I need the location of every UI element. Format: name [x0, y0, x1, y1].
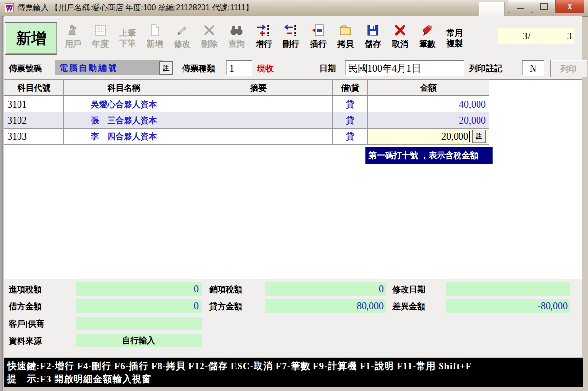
cancel-x-icon: [394, 21, 406, 39]
modify-date-field: [446, 282, 570, 296]
note-button-label: 註: [476, 132, 482, 141]
toolbar-label: 常用: [446, 28, 463, 38]
col-header-account-name[interactable]: 科目名稱: [64, 80, 184, 96]
toolbar-button-common-copy[interactable]: 常用 複製: [441, 21, 468, 56]
title-bar[interactable]: 傳票輸入 【用戶名稱:愛心商店 年度:100 統編:21128201 代號:11…: [0, 0, 588, 17]
output-tax-value: 0: [265, 283, 386, 295]
toolbar-button-add-row[interactable]: 增行: [250, 21, 277, 56]
voucher-header-form: 傳票號碼 電腦自動編號 註 傳票種類 1 現收 日期 民國100年4月1日 列印…: [4, 57, 582, 79]
customer-supplier-field[interactable]: [76, 317, 202, 330]
date-field[interactable]: 民國100年4月1日: [345, 60, 464, 76]
table-row[interactable]: 3103 李 四合夥人資本 貸 20,000 註: [4, 129, 489, 145]
toolbar-button-delete-row[interactable]: 刪行: [277, 21, 305, 56]
cell-amount[interactable]: 20,000: [368, 112, 489, 129]
col-header-debit-credit[interactable]: 借\貸: [333, 80, 368, 96]
table-row[interactable]: 3101 吳愛心合夥人資本 貸 40,000: [4, 96, 489, 112]
application-window: 傳票輸入 【用戶名稱:愛心商店 年度:100 統編:21128201 代號:11…: [0, 0, 588, 391]
toolbar-button-copy[interactable]: 拷貝: [332, 21, 359, 56]
print-button[interactable]: 列印: [550, 60, 587, 77]
voucher-type-desc: 現收: [257, 63, 274, 74]
new-document-icon: [148, 21, 161, 39]
toolbar-button-edit[interactable]: 修改: [168, 21, 196, 56]
col-header-account-code[interactable]: 科目代號: [4, 80, 64, 96]
print-mark-field[interactable]: N: [522, 60, 544, 76]
mode-label: 新增: [16, 28, 46, 49]
desktop-background-sliver: [0, 16, 3, 391]
voucher-no-value: 電腦自動編號: [59, 62, 118, 74]
text-cursor: [469, 131, 470, 142]
toolbar-button-prev-next[interactable]: 上筆 下筆: [114, 21, 141, 56]
cell-amount-editing[interactable]: 20,000 註: [368, 129, 489, 145]
cell-account-name[interactable]: 李 四合夥人資本: [64, 129, 184, 145]
date-value: 民國100年4月1日: [348, 62, 421, 75]
cell-account-name[interactable]: 張 三合夥人資本: [64, 112, 184, 129]
toolbar-label: 刪行: [283, 39, 299, 50]
debit-total-field: 0: [76, 299, 202, 313]
toolbar-button-year[interactable]: 年度: [87, 21, 114, 56]
delete-x-icon: [203, 21, 216, 39]
toolbar-label: 筆數: [419, 39, 436, 50]
difference-field: -80,000: [446, 299, 570, 313]
data-source-value: 自行輸入: [76, 335, 202, 346]
close-icon: X: [567, 2, 572, 11]
toolbar-label: 插行: [310, 39, 327, 50]
cell-account-code[interactable]: 3103: [4, 129, 64, 145]
amount-hint-tooltip: 第一碼打十號 ，表示含稅金額: [365, 147, 493, 164]
credit-total-label: 貸方金額: [209, 301, 242, 312]
toolbar-button-user[interactable]: 用戶: [59, 21, 87, 56]
cell-summary[interactable]: [184, 129, 333, 145]
window-title: 傳票輸入 【用戶名稱:愛心商店 年度:100 統編:21128201 代號:11…: [18, 3, 253, 13]
cell-account-name[interactable]: 吳愛心合夥人資本: [64, 96, 184, 112]
output-tax-field: 0: [265, 282, 386, 296]
voucher-no-field[interactable]: 電腦自動編號: [55, 60, 163, 75]
app-logo-icon: [5, 3, 14, 12]
col-header-amount[interactable]: 金額: [368, 80, 489, 96]
entries-grid: 科目代號 科目名稱 摘要 借\貸 金額 3101 吳愛心合夥人資本 貸 40,0…: [4, 79, 489, 145]
voucher-note-button[interactable]: 註: [159, 61, 173, 75]
maximize-icon: [540, 3, 548, 10]
cell-account-code[interactable]: 3102: [4, 112, 64, 129]
toolbar-button-save[interactable]: 儲存: [359, 21, 386, 56]
toolbar-button-new[interactable]: 新增: [141, 21, 168, 56]
count-marker-icon: [421, 21, 434, 39]
close-button[interactable]: X: [555, 0, 584, 13]
amount-input-value[interactable]: 20,000: [371, 131, 468, 142]
status-bar: 快速鍵:F2-增行 F4-刪行 F6-插行 F8-拷貝 F12-儲存 ESC-取…: [4, 358, 583, 387]
record-counter: 3/ 3: [498, 28, 575, 44]
mode-indicator-button[interactable]: 新增: [5, 22, 57, 55]
toolbar-items: 用戶 年度 上筆 下筆 新增 修改: [59, 21, 493, 56]
toolbar-button-search[interactable]: 查詢: [223, 21, 250, 56]
cell-debit-credit[interactable]: 貸: [333, 112, 368, 129]
toolbar-button-delete[interactable]: 刪除: [196, 21, 223, 56]
voucher-no-label: 傳票號碼: [9, 63, 42, 74]
cell-debit-credit[interactable]: 貸: [333, 96, 368, 112]
debit-total-value: 0: [76, 300, 202, 312]
col-header-summary[interactable]: 摘要: [184, 80, 333, 96]
toolbar-button-count[interactable]: 筆數: [414, 21, 441, 56]
input-tax-field: 0: [76, 282, 202, 296]
input-tax-value: 0: [76, 283, 202, 295]
cell-amount[interactable]: 40,000: [368, 96, 489, 112]
amount-note-button[interactable]: 註: [472, 130, 486, 143]
cell-account-code[interactable]: 3101: [4, 96, 64, 112]
difference-value: -80,000: [446, 300, 570, 312]
cell-summary[interactable]: [184, 112, 333, 129]
input-tax-label: 進項稅額: [9, 284, 42, 295]
toolbar-button-insert-row[interactable]: 插行: [305, 21, 332, 56]
minimize-icon: [517, 8, 524, 9]
year-grid-icon: [94, 21, 107, 39]
data-source-field: 自行輸入: [76, 334, 202, 347]
voucher-type-field[interactable]: 1: [226, 60, 252, 76]
cell-debit-credit[interactable]: 貸: [333, 129, 368, 145]
voucher-type-value: 1: [229, 63, 234, 74]
toolbar-label: 增行: [256, 39, 272, 50]
toolbar-label: 拷貝: [337, 39, 354, 50]
maximize-button[interactable]: [532, 0, 556, 13]
toolbar-button-cancel[interactable]: 取消: [386, 21, 414, 56]
minimize-button[interactable]: [508, 0, 533, 13]
record-current: 3/: [498, 30, 554, 42]
cell-summary[interactable]: [184, 96, 333, 112]
record-total: 3: [554, 30, 575, 42]
table-row[interactable]: 3102 張 三合夥人資本 貸 20,000: [4, 112, 489, 129]
toolbar-label: 查詢: [228, 39, 245, 50]
